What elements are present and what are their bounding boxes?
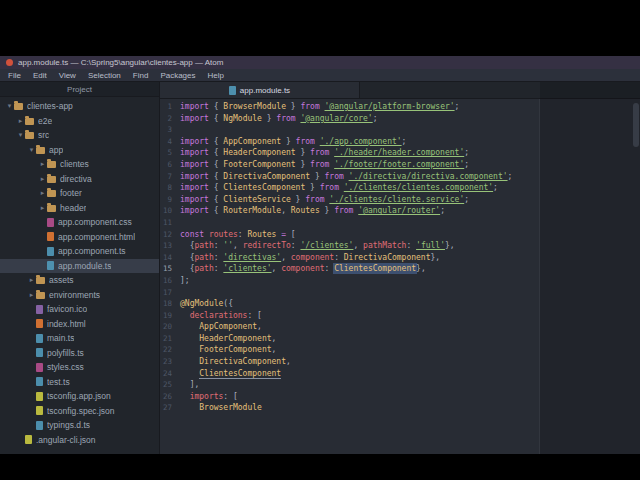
tree-item-polyfills-ts[interactable]: polyfills.ts [0,346,159,361]
menu-edit[interactable]: Edit [27,69,53,82]
title-bar: app.module.ts — C:\Spring5\angular\clien… [0,56,640,69]
code-line[interactable]: 22 FooterComponent, [160,344,640,356]
code-line[interactable]: 9import { ClienteService } from './clien… [160,194,640,206]
code-line[interactable]: 1import { BrowserModule } from '@angular… [160,101,640,113]
code-line[interactable]: 5import { HeaderComponent } from './head… [160,147,640,159]
folder-icon [36,292,45,299]
tree-item-app-component-ts[interactable]: app.component.ts [0,244,159,259]
code-text: import { BrowserModule } from '@angular/… [177,101,459,113]
code-line[interactable]: 26 imports: [ [160,391,640,403]
code-line[interactable]: 20 AppComponent, [160,321,640,333]
code-text: imports: [ [177,391,238,403]
code-line[interactable]: 15 {path: 'clientes', component: Cliente… [160,263,640,275]
tree-item-environments[interactable]: ▸environments [0,288,159,303]
chevron-right-icon[interactable]: ▸ [27,291,36,299]
tree-item-app-component-css[interactable]: app.component.css [0,215,159,230]
tree-item-label: e2e [38,116,52,126]
menu-selection[interactable]: Selection [82,69,127,82]
tree-item-app-component-html[interactable]: app.component.html [0,230,159,245]
ts-file-icon [36,334,43,343]
chevron-down-icon[interactable]: ▾ [5,102,14,110]
tree-item-typings-d-ts[interactable]: typings.d.ts [0,418,159,433]
code-line[interactable]: 2import { NgModule } from '@angular/core… [160,113,640,125]
code-line[interactable]: 8import { ClientesComponent } from './cl… [160,182,640,194]
tree-item-label: app.component.css [58,217,132,227]
tree-item-label: tsconfig.app.json [47,391,111,401]
code-line[interactable]: 25 ], [160,379,640,391]
project-tab[interactable]: Project [0,82,159,97]
code-text: import { ClienteService } from './client… [177,194,469,206]
tree-item-src[interactable]: ▾src [0,128,159,143]
code-line[interactable]: 7import { DirectivaComponent } from './d… [160,171,640,183]
tab-app-module-ts[interactable]: app.module.ts [160,82,360,98]
tree-item-footer[interactable]: ▸footer [0,186,159,201]
tree-item-favicon-ico[interactable]: favicon.ico [0,302,159,317]
tree-item-tsconfig-app-json[interactable]: tsconfig.app.json [0,389,159,404]
code-line[interactable]: 13 {path: '', redirectTo: '/clientes', p… [160,240,640,252]
tree-item-app-module-ts[interactable]: app.module.ts [0,259,159,274]
code-line[interactable]: 16]; [160,275,640,287]
code-line[interactable]: 6import { FooterComponent } from './foot… [160,159,640,171]
chevron-down-icon[interactable]: ▾ [16,131,25,139]
menu-packages[interactable]: Packages [154,69,201,82]
code-line[interactable]: 27 BrowserModule [160,402,640,414]
code-line[interactable]: 14 {path: 'directivas', component: Direc… [160,252,640,264]
chevron-right-icon[interactable]: ▸ [38,204,47,212]
line-number: 20 [160,321,177,333]
tree-item-label: app.component.html [58,232,135,242]
tree-item--angular-cli-json[interactable]: .angular-cli.json [0,433,159,448]
code-line[interactable]: 23 DirectivaComponent, [160,356,640,368]
code-text: ClientesComponent [177,368,281,380]
line-number: 8 [160,182,177,194]
tree-item-header[interactable]: ▸header [0,201,159,216]
chevron-right-icon[interactable]: ▸ [38,175,47,183]
chevron-right-icon[interactable]: ▸ [27,276,36,284]
code-line[interactable]: 17 [160,287,640,299]
code-line[interactable]: 12const routes: Routes = [ [160,229,640,241]
ts-file-icon [36,348,43,357]
code-line[interactable]: 4import { AppComponent } from './app.com… [160,136,640,148]
tree-item-test-ts[interactable]: test.ts [0,375,159,390]
code-line[interactable]: 21 HeaderComponent, [160,333,640,345]
tree-item-label: app.component.ts [58,246,126,256]
code-line[interactable]: 19 declarations: [ [160,310,640,322]
tree-item-clientes[interactable]: ▸clientes [0,157,159,172]
code-area[interactable]: 1import { BrowserModule } from '@angular… [160,99,640,454]
menu-view[interactable]: View [53,69,82,82]
tree-item-clientes-app[interactable]: ▾clientes-app [0,99,159,114]
code-line[interactable]: 24 ClientesComponent [160,368,640,380]
tree-item-styles-css[interactable]: styles.css [0,360,159,375]
code-line[interactable]: 10import { RouterModule, Routes } from '… [160,205,640,217]
editor-scrollbar[interactable] [632,101,640,454]
folder-icon [47,205,56,212]
tree-item-label: main.ts [47,333,74,343]
code-line[interactable]: 3 [160,124,640,136]
json-file-icon [25,435,32,444]
scrollbar-thumb[interactable] [633,103,639,147]
code-line[interactable]: 18@NgModule({ [160,298,640,310]
chevron-right-icon[interactable]: ▸ [38,189,47,197]
menu-find[interactable]: Find [127,69,155,82]
menu-file[interactable]: File [2,69,27,82]
code-line[interactable]: 11 [160,217,640,229]
tree-item-index-html[interactable]: index.html [0,317,159,332]
line-number: 1 [160,101,177,113]
tree-item-app[interactable]: ▾app [0,143,159,158]
tree-item-e2e[interactable]: ▸e2e [0,114,159,129]
tree-item-label: clientes-app [27,101,73,111]
code-text: {path: '', redirectTo: '/clientes', path… [177,240,455,252]
tree-item-assets[interactable]: ▸assets [0,273,159,288]
tree-item-label: header [60,203,86,213]
code-text: ]; [177,275,190,287]
tree-item-tsconfig-spec-json[interactable]: tsconfig.spec.json [0,404,159,419]
line-number: 12 [160,229,177,241]
tree-item-main-ts[interactable]: main.ts [0,331,159,346]
menu-help[interactable]: Help [202,69,230,82]
chevron-right-icon[interactable]: ▸ [16,117,25,125]
folder-icon [36,277,45,284]
chevron-right-icon[interactable]: ▸ [38,160,47,168]
folder-icon [25,118,34,125]
chevron-down-icon[interactable]: ▾ [27,146,36,154]
tree-item-directiva[interactable]: ▸directiva [0,172,159,187]
json-file-icon [36,406,43,415]
